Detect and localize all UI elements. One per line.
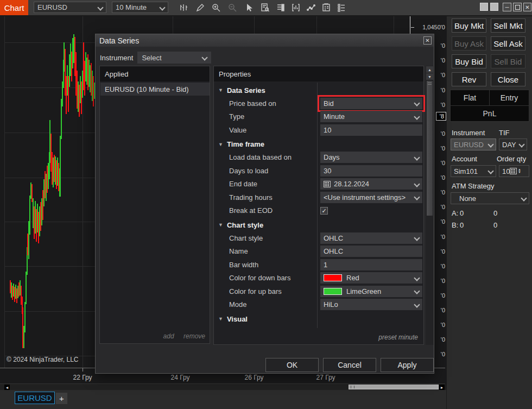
property-dropdown[interactable]: OHLC [320,232,422,244]
scroll-up-icon[interactable]: ▲ [426,66,433,73]
property-dropdown[interactable]: <Use instrument settings> [320,192,422,203]
property-row: Trading hours<Use instrument settings> [214,191,423,204]
property-dropdown[interactable]: LimeGreen [320,286,422,297]
buy-mkt-button[interactable]: Buy Mkt [452,18,486,33]
property-text-input[interactable]: 30 [320,165,422,177]
b-row-value2: 0 [493,221,497,229]
tif-select[interactable]: DAY [499,139,527,150]
entry-cell[interactable]: Entry [489,90,529,106]
properties-scrollbar-thumb[interactable] [427,81,433,216]
scroll-right-icon[interactable]: ► [439,385,445,390]
window-swatch-1[interactable] [480,3,488,11]
collapse-triangle-icon[interactable]: ▼ [218,142,223,147]
tab-eurusd[interactable]: EURUSD [15,392,55,404]
collapse-triangle-icon[interactable]: ▼ [218,316,223,322]
chevron-down-icon [414,301,420,307]
chart-trader-panel-icon[interactable] [274,1,287,14]
draw-pencil-icon[interactable] [193,1,206,14]
price-axis-label: '0 [441,160,445,166]
chevron-down-icon [159,4,165,10]
property-section-header[interactable]: ▼Data Series [214,84,423,97]
remove-link[interactable]: remove [183,332,205,340]
property-section-header[interactable]: ▼Visual [214,312,423,325]
ohlc-bar [60,136,61,197]
cursor-icon[interactable] [242,1,255,14]
dialog-instrument-select[interactable]: Select [137,52,211,64]
minimize-button[interactable]: ─ [503,3,511,11]
panel-instrument-select: EURUSD [451,139,496,150]
sell-ask-button[interactable]: Sell Ask [491,36,525,51]
break-at-eod-checkbox[interactable]: ✓ [320,207,328,215]
scroll-down-icon[interactable]: ▼ [426,73,433,80]
account-select[interactable]: Sim101 [451,165,496,177]
time-axis-tick [83,368,83,372]
collapse-triangle-icon[interactable]: ▼ [218,87,223,93]
qty-stepper[interactable]: 10 ▲▼ [499,165,529,177]
scrollbar-thumb[interactable] [349,385,439,389]
market-analyzer-icon[interactable] [320,1,333,14]
tif-label: TIF [499,129,510,137]
applied-series-item[interactable]: EURUSD (10 Minute - Bid) [100,83,210,96]
close-button[interactable]: Close [491,72,525,86]
property-dropdown[interactable]: HiLo [320,299,422,310]
chart-trader-panel: Buy Mkt Sell Mkt Buy Ask Sell Ask Buy Bi… [446,15,532,409]
property-dropdown[interactable]: Bid [320,98,422,109]
spin-down-icon[interactable]: ▼ [518,171,521,174]
add-tab-button[interactable]: + [56,393,67,404]
property-section-header[interactable]: ▼Chart style [214,218,423,231]
property-text-input[interactable]: OHLC [320,246,422,257]
account-label: Account [452,155,477,163]
close-window-button[interactable]: ✕ [523,3,531,11]
a-row-value1: 0 [460,209,464,217]
zoom-in-icon[interactable] [210,1,223,14]
data-box-icon[interactable] [258,1,271,14]
sell-mkt-button[interactable]: Sell Mkt [491,18,525,33]
b-row-label: B: [452,221,458,229]
property-label: End date [229,180,257,188]
ok-button[interactable]: OK [265,358,319,372]
toolbar-instrument-select[interactable]: EURUSD [34,2,106,13]
properties-scrollbar[interactable]: ▲ ▼ [426,66,434,345]
atm-strategy-select[interactable]: None [451,192,529,204]
properties-list-icon[interactable] [335,1,348,14]
buy-bid-button[interactable]: Buy Bid [452,54,486,68]
scroll-left-icon[interactable]: ◄ [4,385,10,390]
add-link[interactable]: add [163,332,174,340]
property-text-input[interactable]: 1 [320,259,422,270]
ohlc-bar [29,196,30,235]
window-swatch-2[interactable] [490,3,498,11]
property-text-input[interactable]: 10 [320,124,422,136]
qty-spinner[interactable]: ▲▼ [518,168,521,174]
property-dropdown[interactable]: Minute [320,111,422,122]
time-axis-label: 26 Гру [244,374,263,381]
strategies-icon[interactable] [305,1,318,14]
price-axis-label: '0 [441,351,445,357]
instrument-label: Instrument [452,129,485,137]
section-title: Chart style [227,221,263,229]
property-dropdown[interactable]: Red [320,272,422,284]
rev-button[interactable]: Rev [452,72,486,86]
price-axis-label: '0 [441,204,445,210]
dialog-title-bar[interactable]: Data Series ✕ [96,34,434,47]
apply-button[interactable]: Apply [381,358,434,372]
property-section-header[interactable]: ▼Time frame [214,138,423,151]
calculator-icon[interactable] [510,168,517,174]
restore-button[interactable] [513,3,522,11]
property-dropdown[interactable]: Days [320,152,422,163]
price-axis-top-label: 1,0450'0 [422,24,445,30]
time-axis-label: 24 Гру [170,374,189,381]
cancel-button[interactable]: Cancel [323,358,376,372]
interval-bars-icon[interactable] [177,1,190,14]
flat-cell[interactable]: Flat [450,90,490,106]
last-price-marker: '8 [436,112,446,121]
toolbar-interval-select[interactable]: 10 Minute [112,2,168,13]
pnl-cell[interactable]: PnL [450,105,529,122]
collapse-triangle-icon[interactable]: ▼ [218,222,223,228]
property-dropdown[interactable]: 28.12.2024 [320,178,422,190]
dialog-close-button[interactable]: ✕ [423,36,432,45]
price-axis-label: '0 [441,87,445,93]
indicators-icon[interactable] [289,1,302,14]
price-axis-label: '0 [441,278,445,284]
property-label: Color for up bars [229,287,282,295]
chart-tab[interactable]: Chart [0,0,28,15]
